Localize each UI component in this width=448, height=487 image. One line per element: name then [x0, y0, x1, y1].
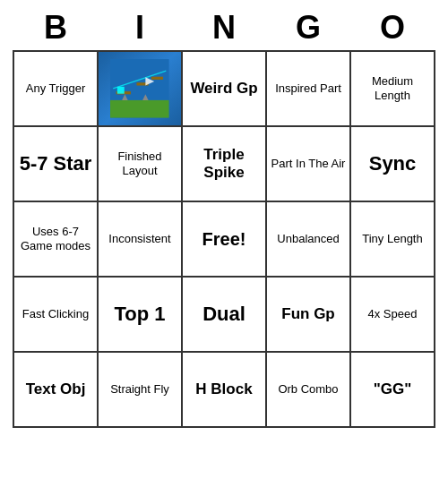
cell-text-r3-c0: Fast Clicking [22, 307, 89, 321]
cell-r4-c3: Orb Combo [267, 353, 351, 428]
cell-text-r4-c0: Text Obj [26, 380, 86, 398]
cell-r0-c4: Medium Length [351, 52, 435, 127]
cell-r2-c1: Inconsistent [99, 202, 183, 278]
cell-text-r3-c4: 4x Speed [368, 307, 418, 321]
svg-rect-7 [117, 87, 125, 94]
cell-text-r1-c2: Triple Spike [186, 146, 262, 183]
bingo-grid: Any Trigger [13, 50, 435, 428]
cell-text-r3-c2: Dual [202, 303, 246, 326]
cell-text-r2-c1: Inconsistent [108, 232, 170, 246]
cell-r1-c2: Triple Spike [183, 127, 267, 202]
cell-r2-c0: Uses 6-7 Game modes [14, 202, 99, 278]
cell-r1-c4: Sync [351, 127, 435, 202]
cell-text-r0-c2: Weird Gp [190, 80, 257, 98]
cell-r1-c3: Part In The Air [267, 127, 351, 202]
cell-text-r2-c0: Uses 6-7 Game modes [18, 225, 93, 252]
cell-r0-c3: Inspired Part [267, 52, 351, 127]
cell-text-r2-c4: Tiny Length [362, 232, 422, 246]
cell-text-r0-c4: Medium Length [355, 74, 430, 102]
cell-r1-c1: Finished Layout [99, 127, 183, 202]
cell-r0-c1 [99, 52, 183, 127]
cell-r2-c4: Tiny Length [351, 202, 435, 278]
cell-r3-c0: Fast Clicking [14, 278, 99, 353]
cell-text-r4-c2: H Block [195, 380, 252, 398]
cell-r0-c0: Any Trigger [14, 52, 99, 127]
cell-r2-c3: Unbalanced [267, 202, 351, 278]
cell-r3-c1: Top 1 [99, 278, 183, 353]
cell-r1-c0: 5-7 Star [14, 127, 99, 202]
cell-r4-c0: Text Obj [14, 353, 99, 428]
cell-text-r3-c3: Fun Gp [281, 305, 334, 323]
cell-text-r3-c1: Top 1 [114, 303, 165, 326]
cell-text-r1-c0: 5-7 Star [20, 152, 92, 175]
letter-b: B [13, 9, 98, 47]
level-preview-image [99, 52, 181, 125]
cell-r3-c4: 4x Speed [351, 278, 435, 353]
cell-text-r1-c1: Finished Layout [102, 150, 177, 177]
cell-r2-c2: Free! [183, 202, 267, 278]
cell-r4-c1: Straight Fly [99, 353, 183, 428]
cell-text-r4-c4: "GG" [374, 380, 412, 398]
cell-text-r0-c3: Inspired Part [275, 81, 341, 96]
svg-rect-4 [151, 77, 163, 80]
cell-text-r0-c0: Any Trigger [26, 81, 85, 96]
cell-text-r1-c4: Sync [369, 152, 417, 175]
cell-r4-c4: "GG" [351, 353, 435, 428]
cell-text-r4-c1: Straight Fly [110, 382, 169, 397]
cell-r4-c2: H Block [183, 353, 267, 428]
bingo-header: B I N G O [13, 9, 435, 47]
cell-text-r1-c3: Part In The Air [271, 157, 346, 171]
cell-text-r2-c2: Free! [202, 228, 246, 250]
letter-i: I [98, 9, 182, 47]
letter-g: G [266, 9, 350, 47]
cell-text-r2-c3: Unbalanced [277, 232, 339, 246]
cell-r3-c3: Fun Gp [267, 278, 351, 353]
cell-r0-c2: Weird Gp [183, 52, 267, 127]
letter-o: O [350, 9, 435, 47]
letter-n: N [182, 9, 266, 47]
cell-r3-c2: Dual [183, 278, 267, 353]
cell-text-r4-c3: Orb Combo [278, 382, 338, 397]
svg-rect-1 [110, 100, 169, 118]
